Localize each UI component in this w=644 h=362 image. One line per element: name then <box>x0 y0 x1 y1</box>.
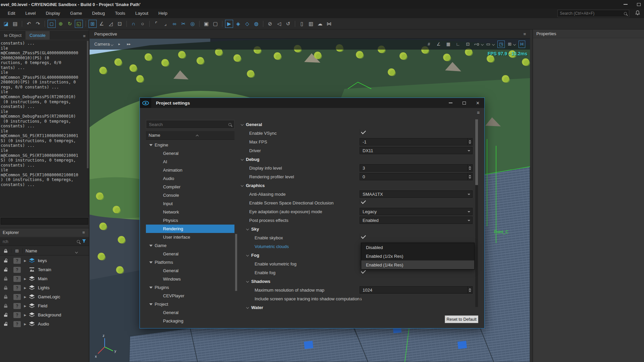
refresh-audio-icon[interactable]: ↺ <box>284 20 292 28</box>
expand-arrow-icon[interactable]: ▶ <box>23 295 28 299</box>
dropdown-option-enabled-1-4x-res[interactable]: Enabled (1/4x Res) <box>361 260 474 269</box>
camera-view-icon[interactable]: ◳ <box>497 41 505 48</box>
spin-up-icon[interactable] <box>469 166 471 168</box>
filter-icon[interactable] <box>82 239 86 244</box>
measure-icon[interactable]: ▥ <box>307 20 315 28</box>
helpers-toggle-icon[interactable]: H <box>519 41 525 48</box>
dialog-titlebar[interactable]: Project settings ✕ <box>140 98 484 108</box>
snap-pivot-icon[interactable]: ⊡ <box>116 20 124 28</box>
spin-down-icon[interactable] <box>469 291 471 292</box>
spin-up-icon[interactable] <box>469 175 471 176</box>
layer-visibility-badge[interactable]: ? <box>13 276 21 282</box>
include-screen-space-tracing-into-shadow-computations-checkbox[interactable] <box>360 295 360 300</box>
freeze-icon[interactable]: ▣ <box>202 20 210 28</box>
unlock-icon[interactable] <box>0 322 11 326</box>
layer-row-background[interactable]: ?▶Background <box>0 310 89 319</box>
settings-category-ai[interactable]: AI <box>146 158 234 166</box>
pivot-snap-icon[interactable]: ⊡ <box>465 41 471 48</box>
layer-visibility-badge[interactable]: ? <box>13 285 21 291</box>
expand-triangle-icon[interactable] <box>149 245 153 247</box>
settings-category-platforms[interactable]: Platforms <box>146 258 234 266</box>
settings-category-engine[interactable]: Engine <box>146 141 234 149</box>
settings-category-general[interactable]: General <box>146 308 234 317</box>
dialog-maximize-icon[interactable] <box>463 102 466 105</box>
goto-selection-icon[interactable]: ◎ <box>189 20 197 28</box>
settings-category-physics[interactable]: Physics <box>146 216 234 225</box>
menu-debug[interactable]: Debug <box>87 9 110 18</box>
spinner-arrows-icon[interactable] <box>467 287 472 293</box>
lock-icon[interactable] <box>0 304 11 308</box>
settings-category-project[interactable]: Project <box>146 300 234 308</box>
stop-sounds-icon[interactable]: ◁ <box>275 20 283 28</box>
max-fps-spinbox[interactable]: -1 <box>360 138 473 145</box>
snap-scale-icon[interactable]: ◿ <box>107 20 115 28</box>
redo-icon[interactable]: ↷ <box>34 20 42 28</box>
console-scrollbar[interactable] <box>87 41 89 168</box>
settings-search-box[interactable] <box>146 120 234 129</box>
select-mode-icon[interactable]: ◻ <box>48 20 56 28</box>
settings-category-general[interactable]: General <box>146 250 234 258</box>
camera-play-icon[interactable]: ▸ <box>115 42 124 46</box>
expand-triangle-icon[interactable] <box>149 303 153 305</box>
spin-down-icon[interactable] <box>469 177 471 179</box>
explorer-menu-icon[interactable]: ≡ <box>82 230 85 235</box>
expand-arrow-icon[interactable]: ▶ <box>23 322 28 326</box>
settings-category-compiler[interactable]: Compiler <box>146 183 234 191</box>
dialog-minimize-icon[interactable] <box>449 103 452 103</box>
spin-down-icon[interactable] <box>469 142 471 144</box>
lock-column-icon[interactable] <box>0 249 11 253</box>
tab-create-object[interactable]: te Object <box>0 31 25 40</box>
pause-physics-icon[interactable]: ◍ <box>252 20 260 28</box>
lock-icon[interactable] <box>0 295 11 299</box>
global-search-input[interactable] <box>560 11 624 16</box>
grid-snap-icon[interactable]: # <box>426 41 432 48</box>
expand-triangle-icon[interactable] <box>149 261 153 263</box>
unfreeze-icon[interactable]: ▢ <box>211 20 219 28</box>
expand-arrow-icon[interactable]: ▶ <box>23 313 28 317</box>
unlink-icon[interactable]: ✂ <box>179 20 187 28</box>
console-log[interactable]: constants) ... ile m@Common_ZPassPS(GL40… <box>0 40 89 217</box>
terrain-snap-icon[interactable]: ▦ <box>445 41 452 48</box>
global-search-box[interactable] <box>557 10 629 17</box>
settings-category-audio[interactable]: Audio <box>146 174 234 183</box>
spinner-arrows-icon[interactable] <box>467 138 472 145</box>
menu-layout[interactable]: Layout <box>130 9 153 18</box>
layer-row-audio[interactable]: ?▶Audio <box>0 319 89 328</box>
origin-icon[interactable]: ⌐o <box>474 41 483 48</box>
enable-physics-ai-icon[interactable]: ◇ <box>243 20 251 28</box>
snap-grid-icon[interactable]: ⊞ <box>89 20 97 28</box>
layer-row-keys[interactable]: ?▶keys <box>0 256 89 265</box>
dropdown-option-disabled[interactable]: Disabled <box>361 243 474 252</box>
dialog-menu-icon[interactable]: ≡ <box>477 110 480 115</box>
minimize-window-icon[interactable] <box>624 4 628 5</box>
vertex-snap-icon[interactable]: ∩ <box>129 20 138 28</box>
dialog-close-icon[interactable]: ✕ <box>476 101 480 106</box>
unlock-icon[interactable] <box>0 267 11 272</box>
camera-dropdown[interactable]: Camera <box>90 42 115 47</box>
unlock-icon[interactable] <box>0 258 11 263</box>
layer-visibility-badge[interactable]: ? <box>13 321 21 327</box>
expand-arrow-icon[interactable]: ▶ <box>23 259 28 262</box>
layer-visibility-badge[interactable]: ? <box>13 294 21 300</box>
settings-category-user-interface[interactable]: User interface <box>146 233 234 241</box>
panel-menu-icon[interactable]: ≡ <box>83 34 86 39</box>
ruler-icon[interactable]: ▯ <box>298 20 306 28</box>
move-icon[interactable]: ⊕ <box>57 20 65 28</box>
spin-down-icon[interactable] <box>469 169 471 170</box>
viewport-menu-icon[interactable]: ≡ <box>523 32 526 37</box>
notifications-icon[interactable] <box>635 10 640 16</box>
spin-up-icon[interactable] <box>469 140 471 141</box>
anti-aliasing-mode-dropdown[interactable]: SMAA1TX <box>360 190 473 198</box>
layer-row-gamelogic[interactable]: ?▶GameLogic <box>0 292 89 301</box>
normal-snap-icon[interactable]: ∟ <box>455 41 462 48</box>
enable-screen-space-directional-occlusion-checkbox[interactable] <box>360 199 360 204</box>
layer-row-lights[interactable]: ?▶Lights <box>0 283 89 292</box>
menu-display[interactable]: Display <box>41 9 65 18</box>
name-column-header[interactable]: Name <box>23 248 89 253</box>
enable-skybox-checkbox[interactable] <box>360 234 360 239</box>
layer-type-column-icon[interactable]: ⊞ <box>11 248 23 253</box>
open-level-icon[interactable]: ◪ <box>2 20 10 28</box>
expand-arrow-icon[interactable]: ▶ <box>23 286 28 290</box>
settings-category-console[interactable]: Console <box>146 191 234 199</box>
display-options-icon[interactable]: ▭ <box>486 41 494 48</box>
